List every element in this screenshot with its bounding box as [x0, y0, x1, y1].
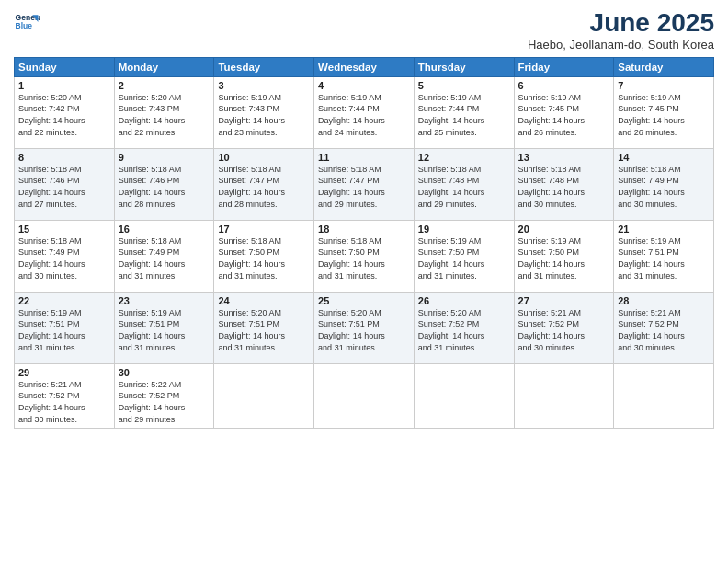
- day-info: Sunrise: 5:18 AM Sunset: 7:50 PM Dayligh…: [218, 236, 310, 282]
- page-subtitle: Haebo, Jeollanam-do, South Korea: [528, 38, 714, 52]
- day-number: 16: [119, 224, 210, 235]
- day-number: 24: [218, 295, 310, 306]
- day-number: 9: [119, 152, 210, 163]
- table-row: 23Sunrise: 5:19 AM Sunset: 7:51 PM Dayli…: [114, 292, 214, 363]
- table-row: [214, 363, 314, 428]
- page-title: June 2025: [528, 9, 714, 38]
- day-info: Sunrise: 5:20 AM Sunset: 7:42 PM Dayligh…: [18, 92, 110, 138]
- day-number: 20: [518, 224, 610, 235]
- table-row: 9Sunrise: 5:18 AM Sunset: 7:46 PM Daylig…: [114, 148, 214, 220]
- day-number: 29: [18, 367, 110, 378]
- table-row: [414, 363, 514, 428]
- day-info: Sunrise: 5:21 AM Sunset: 7:52 PM Dayligh…: [618, 307, 710, 353]
- day-number: 22: [18, 295, 110, 306]
- table-row: 28Sunrise: 5:21 AM Sunset: 7:52 PM Dayli…: [614, 292, 714, 363]
- day-info: Sunrise: 5:19 AM Sunset: 7:44 PM Dayligh…: [318, 92, 410, 138]
- calendar-header-friday: Friday: [514, 57, 614, 76]
- day-info: Sunrise: 5:18 AM Sunset: 7:50 PM Dayligh…: [318, 236, 410, 282]
- day-info: Sunrise: 5:18 AM Sunset: 7:47 PM Dayligh…: [318, 164, 410, 210]
- day-number: 2: [119, 80, 210, 91]
- table-row: 5Sunrise: 5:19 AM Sunset: 7:44 PM Daylig…: [414, 76, 514, 148]
- table-row: 4Sunrise: 5:19 AM Sunset: 7:44 PM Daylig…: [314, 76, 415, 148]
- day-number: 3: [218, 80, 310, 91]
- day-info: Sunrise: 5:19 AM Sunset: 7:44 PM Dayligh…: [418, 92, 510, 138]
- calendar-header-sunday: Sunday: [15, 57, 115, 76]
- day-info: Sunrise: 5:19 AM Sunset: 7:43 PM Dayligh…: [218, 92, 310, 138]
- day-number: 19: [418, 224, 510, 235]
- day-number: 14: [618, 152, 710, 163]
- table-row: 25Sunrise: 5:20 AM Sunset: 7:51 PM Dayli…: [314, 292, 415, 363]
- day-number: 7: [618, 80, 710, 91]
- table-row: 24Sunrise: 5:20 AM Sunset: 7:51 PM Dayli…: [214, 292, 314, 363]
- day-number: 10: [218, 152, 310, 163]
- day-number: 23: [119, 295, 210, 306]
- day-number: 26: [418, 295, 510, 306]
- table-row: 29Sunrise: 5:21 AM Sunset: 7:52 PM Dayli…: [15, 363, 115, 428]
- title-block: June 2025 Haebo, Jeollanam-do, South Kor…: [528, 9, 714, 52]
- table-row: 7Sunrise: 5:19 AM Sunset: 7:45 PM Daylig…: [614, 76, 714, 148]
- table-row: 16Sunrise: 5:18 AM Sunset: 7:49 PM Dayli…: [114, 220, 214, 292]
- day-info: Sunrise: 5:19 AM Sunset: 7:50 PM Dayligh…: [418, 236, 510, 282]
- day-number: 8: [18, 152, 110, 163]
- table-row: 22Sunrise: 5:19 AM Sunset: 7:51 PM Dayli…: [15, 292, 115, 363]
- table-row: 12Sunrise: 5:18 AM Sunset: 7:48 PM Dayli…: [414, 148, 514, 220]
- table-row: 19Sunrise: 5:19 AM Sunset: 7:50 PM Dayli…: [414, 220, 514, 292]
- day-info: Sunrise: 5:18 AM Sunset: 7:47 PM Dayligh…: [218, 164, 310, 210]
- day-number: 18: [318, 224, 410, 235]
- day-info: Sunrise: 5:20 AM Sunset: 7:51 PM Dayligh…: [318, 307, 410, 353]
- day-info: Sunrise: 5:20 AM Sunset: 7:52 PM Dayligh…: [418, 307, 510, 353]
- day-number: 25: [318, 295, 410, 306]
- calendar-header-saturday: Saturday: [614, 57, 714, 76]
- table-row: 1Sunrise: 5:20 AM Sunset: 7:42 PM Daylig…: [15, 76, 115, 148]
- logo: General Blue: [14, 9, 40, 35]
- table-row: 20Sunrise: 5:19 AM Sunset: 7:50 PM Dayli…: [514, 220, 614, 292]
- table-row: 17Sunrise: 5:18 AM Sunset: 7:50 PM Dayli…: [214, 220, 314, 292]
- table-row: [314, 363, 415, 428]
- table-row: [514, 363, 614, 428]
- day-number: 28: [618, 295, 710, 306]
- table-row: 3Sunrise: 5:19 AM Sunset: 7:43 PM Daylig…: [214, 76, 314, 148]
- table-row: 8Sunrise: 5:18 AM Sunset: 7:46 PM Daylig…: [15, 148, 115, 220]
- day-info: Sunrise: 5:18 AM Sunset: 7:48 PM Dayligh…: [418, 164, 510, 210]
- table-row: 21Sunrise: 5:19 AM Sunset: 7:51 PM Dayli…: [614, 220, 714, 292]
- table-row: 13Sunrise: 5:18 AM Sunset: 7:48 PM Dayli…: [514, 148, 614, 220]
- day-info: Sunrise: 5:21 AM Sunset: 7:52 PM Dayligh…: [18, 379, 110, 425]
- day-info: Sunrise: 5:18 AM Sunset: 7:49 PM Dayligh…: [18, 236, 110, 282]
- day-info: Sunrise: 5:19 AM Sunset: 7:50 PM Dayligh…: [518, 236, 610, 282]
- svg-text:Blue: Blue: [16, 21, 33, 30]
- table-row: 10Sunrise: 5:18 AM Sunset: 7:47 PM Dayli…: [214, 148, 314, 220]
- table-row: 6Sunrise: 5:19 AM Sunset: 7:45 PM Daylig…: [514, 76, 614, 148]
- calendar-header-wednesday: Wednesday: [314, 57, 415, 76]
- day-info: Sunrise: 5:18 AM Sunset: 7:48 PM Dayligh…: [518, 164, 610, 210]
- day-number: 21: [618, 224, 710, 235]
- table-row: 30Sunrise: 5:22 AM Sunset: 7:52 PM Dayli…: [114, 363, 214, 428]
- day-info: Sunrise: 5:18 AM Sunset: 7:46 PM Dayligh…: [119, 164, 210, 210]
- calendar-header-monday: Monday: [114, 57, 214, 76]
- table-row: 18Sunrise: 5:18 AM Sunset: 7:50 PM Dayli…: [314, 220, 415, 292]
- day-number: 27: [518, 295, 610, 306]
- day-info: Sunrise: 5:19 AM Sunset: 7:51 PM Dayligh…: [119, 307, 210, 353]
- day-info: Sunrise: 5:19 AM Sunset: 7:51 PM Dayligh…: [618, 236, 710, 282]
- day-info: Sunrise: 5:20 AM Sunset: 7:43 PM Dayligh…: [119, 92, 210, 138]
- day-number: 30: [119, 367, 210, 378]
- day-number: 17: [218, 224, 310, 235]
- table-row: 2Sunrise: 5:20 AM Sunset: 7:43 PM Daylig…: [114, 76, 214, 148]
- day-info: Sunrise: 5:19 AM Sunset: 7:51 PM Dayligh…: [18, 307, 110, 353]
- table-row: 27Sunrise: 5:21 AM Sunset: 7:52 PM Dayli…: [514, 292, 614, 363]
- day-info: Sunrise: 5:19 AM Sunset: 7:45 PM Dayligh…: [518, 92, 610, 138]
- table-row: 14Sunrise: 5:18 AM Sunset: 7:49 PM Dayli…: [614, 148, 714, 220]
- table-row: 26Sunrise: 5:20 AM Sunset: 7:52 PM Dayli…: [414, 292, 514, 363]
- table-row: 15Sunrise: 5:18 AM Sunset: 7:49 PM Dayli…: [15, 220, 115, 292]
- day-info: Sunrise: 5:18 AM Sunset: 7:49 PM Dayligh…: [119, 236, 210, 282]
- table-row: 11Sunrise: 5:18 AM Sunset: 7:47 PM Dayli…: [314, 148, 415, 220]
- calendar-header-tuesday: Tuesday: [214, 57, 314, 76]
- calendar-table: SundayMondayTuesdayWednesdayThursdayFrid…: [14, 57, 714, 429]
- day-info: Sunrise: 5:20 AM Sunset: 7:51 PM Dayligh…: [218, 307, 310, 353]
- day-info: Sunrise: 5:21 AM Sunset: 7:52 PM Dayligh…: [518, 307, 610, 353]
- table-row: [614, 363, 714, 428]
- day-number: 12: [418, 152, 510, 163]
- day-info: Sunrise: 5:18 AM Sunset: 7:46 PM Dayligh…: [18, 164, 110, 210]
- day-number: 6: [518, 80, 610, 91]
- day-number: 1: [18, 80, 110, 91]
- day-info: Sunrise: 5:19 AM Sunset: 7:45 PM Dayligh…: [618, 92, 710, 138]
